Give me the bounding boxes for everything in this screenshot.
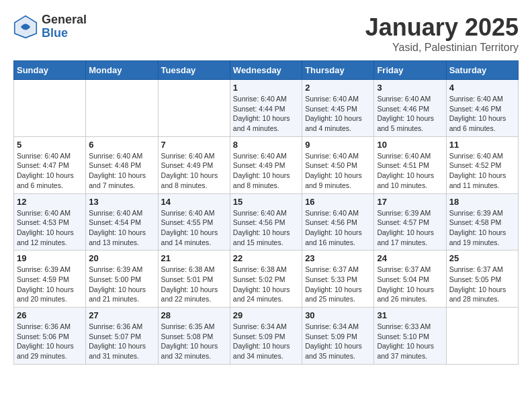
table-row: 28Sunrise: 6:35 AM Sunset: 5:08 PM Dayli… <box>158 308 230 365</box>
table-row: 2Sunrise: 6:40 AM Sunset: 4:45 PM Daylig… <box>302 80 374 137</box>
table-row: 18Sunrise: 6:39 AM Sunset: 4:58 PM Dayli… <box>446 193 518 250</box>
table-row: 12Sunrise: 6:40 AM Sunset: 4:53 PM Dayli… <box>14 193 86 250</box>
table-row: 7Sunrise: 6:40 AM Sunset: 4:49 PM Daylig… <box>158 136 230 193</box>
day-number: 10 <box>377 140 443 150</box>
table-row: 24Sunrise: 6:37 AM Sunset: 5:04 PM Dayli… <box>374 250 446 308</box>
table-row: 16Sunrise: 6:40 AM Sunset: 4:56 PM Dayli… <box>302 193 374 250</box>
day-number: 8 <box>233 140 299 150</box>
day-number: 16 <box>305 197 371 207</box>
header-friday: Friday <box>374 61 446 80</box>
table-row <box>86 80 158 137</box>
day-number: 13 <box>89 197 154 207</box>
day-number: 2 <box>305 83 371 93</box>
day-info: Sunrise: 6:39 AM Sunset: 5:00 PM Dayligh… <box>89 265 154 304</box>
day-number: 20 <box>89 253 154 263</box>
calendar-week-row: 19Sunrise: 6:39 AM Sunset: 4:59 PM Dayli… <box>14 250 519 308</box>
table-row: 15Sunrise: 6:40 AM Sunset: 4:56 PM Dayli… <box>230 193 302 250</box>
logo: General Blue <box>13 13 87 40</box>
table-row: 1Sunrise: 6:40 AM Sunset: 4:44 PM Daylig… <box>230 80 302 137</box>
day-number: 26 <box>17 310 83 320</box>
day-info: Sunrise: 6:40 AM Sunset: 4:56 PM Dayligh… <box>305 208 371 248</box>
table-row: 6Sunrise: 6:40 AM Sunset: 4:48 PM Daylig… <box>86 136 158 193</box>
logo-text: General Blue <box>42 13 87 40</box>
day-info: Sunrise: 6:40 AM Sunset: 4:53 PM Dayligh… <box>17 208 83 248</box>
day-info: Sunrise: 6:37 AM Sunset: 5:33 PM Dayligh… <box>305 265 371 304</box>
day-number: 4 <box>449 83 515 93</box>
day-info: Sunrise: 6:40 AM Sunset: 4:52 PM Dayligh… <box>449 151 515 191</box>
table-row: 11Sunrise: 6:40 AM Sunset: 4:52 PM Dayli… <box>446 136 518 193</box>
table-row: 19Sunrise: 6:39 AM Sunset: 4:59 PM Dayli… <box>14 250 86 308</box>
table-row: 10Sunrise: 6:40 AM Sunset: 4:51 PM Dayli… <box>374 136 446 193</box>
day-info: Sunrise: 6:37 AM Sunset: 5:04 PM Dayligh… <box>377 265 443 304</box>
day-info: Sunrise: 6:40 AM Sunset: 4:51 PM Dayligh… <box>377 151 443 191</box>
day-number: 7 <box>161 140 227 150</box>
table-row: 31Sunrise: 6:33 AM Sunset: 5:10 PM Dayli… <box>374 308 446 365</box>
table-row: 30Sunrise: 6:34 AM Sunset: 5:09 PM Dayli… <box>302 308 374 365</box>
logo-icon <box>13 15 38 39</box>
title-block: January 2025 Yasid, Palestinian Territor… <box>365 13 519 54</box>
table-row <box>158 80 230 137</box>
table-row: 27Sunrise: 6:36 AM Sunset: 5:07 PM Dayli… <box>86 308 158 365</box>
day-info: Sunrise: 6:36 AM Sunset: 5:06 PM Dayligh… <box>17 322 83 361</box>
day-info: Sunrise: 6:40 AM Sunset: 4:49 PM Dayligh… <box>233 151 299 191</box>
day-info: Sunrise: 6:36 AM Sunset: 5:07 PM Dayligh… <box>89 322 154 361</box>
day-info: Sunrise: 6:40 AM Sunset: 4:46 PM Dayligh… <box>449 94 515 134</box>
calendar-table: Sunday Monday Tuesday Wednesday Thursday… <box>13 60 519 365</box>
day-info: Sunrise: 6:39 AM Sunset: 4:59 PM Dayligh… <box>17 265 83 304</box>
page-header: General Blue January 2025 Yasid, Palesti… <box>13 13 519 54</box>
calendar-title: January 2025 <box>365 13 519 42</box>
day-info: Sunrise: 6:37 AM Sunset: 5:05 PM Dayligh… <box>449 265 515 304</box>
day-info: Sunrise: 6:40 AM Sunset: 4:55 PM Dayligh… <box>161 208 227 248</box>
day-info: Sunrise: 6:33 AM Sunset: 5:10 PM Dayligh… <box>377 322 443 361</box>
day-info: Sunrise: 6:40 AM Sunset: 4:54 PM Dayligh… <box>89 208 154 248</box>
day-number: 31 <box>377 310 443 320</box>
day-number: 24 <box>377 253 443 263</box>
day-info: Sunrise: 6:40 AM Sunset: 4:48 PM Dayligh… <box>89 151 154 191</box>
day-info: Sunrise: 6:40 AM Sunset: 4:45 PM Dayligh… <box>305 94 371 134</box>
calendar-week-row: 12Sunrise: 6:40 AM Sunset: 4:53 PM Dayli… <box>14 193 519 250</box>
header-saturday: Saturday <box>446 61 518 80</box>
calendar-week-row: 26Sunrise: 6:36 AM Sunset: 5:06 PM Dayli… <box>14 308 519 365</box>
day-number: 27 <box>89 310 154 320</box>
day-number: 17 <box>377 197 443 207</box>
table-row: 22Sunrise: 6:38 AM Sunset: 5:02 PM Dayli… <box>230 250 302 308</box>
table-row: 25Sunrise: 6:37 AM Sunset: 5:05 PM Dayli… <box>446 250 518 308</box>
day-info: Sunrise: 6:40 AM Sunset: 4:56 PM Dayligh… <box>233 208 299 248</box>
header-wednesday: Wednesday <box>230 61 302 80</box>
day-number: 28 <box>161 310 227 320</box>
day-number: 12 <box>17 197 83 207</box>
table-row: 14Sunrise: 6:40 AM Sunset: 4:55 PM Dayli… <box>158 193 230 250</box>
day-number: 25 <box>449 253 515 263</box>
table-row: 9Sunrise: 6:40 AM Sunset: 4:50 PM Daylig… <box>302 136 374 193</box>
calendar-subtitle: Yasid, Palestinian Territory <box>365 42 519 54</box>
day-info: Sunrise: 6:40 AM Sunset: 4:47 PM Dayligh… <box>17 151 83 191</box>
day-info: Sunrise: 6:40 AM Sunset: 4:44 PM Dayligh… <box>233 94 299 134</box>
day-number: 6 <box>89 140 154 150</box>
day-info: Sunrise: 6:34 AM Sunset: 5:09 PM Dayligh… <box>233 322 299 361</box>
table-row: 23Sunrise: 6:37 AM Sunset: 5:33 PM Dayli… <box>302 250 374 308</box>
header-thursday: Thursday <box>302 61 374 80</box>
day-number: 23 <box>305 253 371 263</box>
header-monday: Monday <box>86 61 158 80</box>
day-number: 3 <box>377 83 443 93</box>
day-number: 21 <box>161 253 227 263</box>
day-info: Sunrise: 6:39 AM Sunset: 4:58 PM Dayligh… <box>449 208 515 248</box>
table-row: 5Sunrise: 6:40 AM Sunset: 4:47 PM Daylig… <box>14 136 86 193</box>
day-info: Sunrise: 6:40 AM Sunset: 4:49 PM Dayligh… <box>161 151 227 191</box>
day-info: Sunrise: 6:40 AM Sunset: 4:50 PM Dayligh… <box>305 151 371 191</box>
day-number: 22 <box>233 253 299 263</box>
day-info: Sunrise: 6:34 AM Sunset: 5:09 PM Dayligh… <box>305 322 371 361</box>
day-number: 15 <box>233 197 299 207</box>
day-number: 29 <box>233 310 299 320</box>
table-row: 3Sunrise: 6:40 AM Sunset: 4:46 PM Daylig… <box>374 80 446 137</box>
day-number: 30 <box>305 310 371 320</box>
day-info: Sunrise: 6:38 AM Sunset: 5:02 PM Dayligh… <box>233 265 299 304</box>
day-number: 19 <box>17 253 83 263</box>
logo-general-text: General <box>42 13 87 27</box>
table-row: 17Sunrise: 6:39 AM Sunset: 4:57 PM Dayli… <box>374 193 446 250</box>
table-row: 8Sunrise: 6:40 AM Sunset: 4:49 PM Daylig… <box>230 136 302 193</box>
table-row: 29Sunrise: 6:34 AM Sunset: 5:09 PM Dayli… <box>230 308 302 365</box>
day-info: Sunrise: 6:35 AM Sunset: 5:08 PM Dayligh… <box>161 322 227 361</box>
table-row <box>446 308 518 365</box>
day-number: 11 <box>449 140 515 150</box>
